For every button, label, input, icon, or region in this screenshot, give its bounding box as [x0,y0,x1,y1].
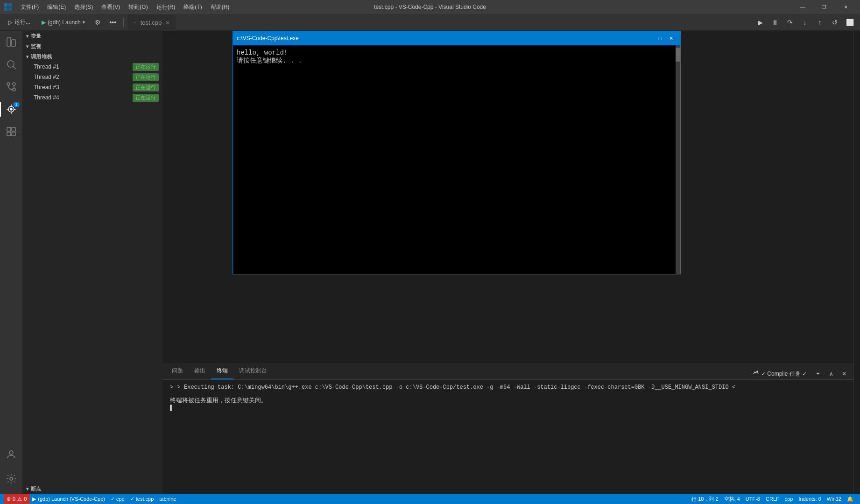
menu-edit[interactable]: 编辑(E) [43,2,70,12]
panel-up-button[interactable]: ∧ [825,368,837,379]
panel-close-button[interactable]: ✕ [839,368,850,379]
callstack-collapse-icon: ▾ [26,54,29,59]
svg-rect-3 [8,7,12,11]
close-button[interactable]: ✕ [835,0,856,14]
svg-line-7 [14,67,16,70]
run-label: 运行... [14,18,30,26]
panel-tab-debug-console[interactable]: 调试控制台 [233,363,273,379]
indents-item[interactable]: Indents: 0 [796,494,824,504]
extensions-activity-icon[interactable] [0,120,22,143]
indents-label: Indents: 0 [798,496,821,502]
spaces-item[interactable]: 空格: 4 [721,494,743,504]
restart-icon[interactable]: ↺ [828,16,841,29]
pause-icon[interactable]: ⏸ [768,16,782,29]
settings-icon-btn[interactable]: ⚙ [92,16,105,29]
step-into-icon[interactable]: ↓ [798,16,811,29]
panel-tab-terminal[interactable]: 终端 [211,363,233,379]
breakpoints-header[interactable]: ▾ 断点 [22,483,162,494]
cpp-check-item[interactable]: ✓ cpp [108,494,127,504]
floating-scrollbar[interactable] [676,45,680,274]
svg-rect-0 [4,3,7,7]
warning-icon: ⚠ [17,496,22,502]
svg-point-8 [7,83,10,85]
maximize-button[interactable]: ❐ [813,0,835,14]
monitoring-header[interactable]: ▾ 监视 [22,41,162,51]
app-icon [4,3,12,11]
debug-activity-icon[interactable]: 1 [0,98,22,120]
panel-tab-output[interactable]: 输出 [189,363,211,379]
floating-terminal-content[interactable]: hello, world! 请按任意键继续. . . [233,45,680,274]
variables-header[interactable]: ▾ 变量 [22,31,162,41]
floating-close-button[interactable]: ✕ [665,33,677,44]
settings-activity-icon[interactable] [0,468,22,490]
notification-item[interactable]: 🔔 [844,494,856,504]
language-item[interactable]: cpp [782,494,796,504]
source-control-activity-icon[interactable] [0,76,22,98]
terminal-output-line1: > > Executing task: C:\mingw64\bin\g++.e… [170,384,846,391]
thread-1-label: Thread #1 [34,63,133,70]
step-out-icon[interactable]: ↑ [813,16,826,29]
run-button[interactable]: ▷ 运行... [4,16,35,28]
account-activity-icon[interactable] [0,443,22,466]
editor-tab-inactive[interactable]: ⬝ test.cpp ✕ [127,14,176,31]
test-check-item[interactable]: ✓ test.cpp [127,494,157,504]
thread-item-2[interactable]: Thread #2 正在运行 [22,72,162,82]
test-check-label: ✓ test.cpp [130,496,154,502]
call-stack-list: Thread #1 正在运行 Thread #2 正在运行 Thread #3 … [22,62,162,103]
floating-titlebar: c:\VS-Code-Cpp\test.exe — □ ✕ [233,31,680,45]
run-icon: ▷ [8,19,13,26]
debug-status-item[interactable]: ▶ (gdb) Launch (VS-Code-Cpp) [29,494,108,504]
error-count-item[interactable]: ⊗ 0 ⚠ 0 [4,494,29,504]
explorer-activity-icon[interactable] [0,31,22,53]
line-col-item[interactable]: 行 10，列 2 [689,494,721,504]
floating-minimize-button[interactable]: — [643,33,654,44]
menu-file[interactable]: 文件(F) [17,2,42,12]
floating-scrollbar-thumb[interactable] [676,48,680,62]
launch-button[interactable]: ▶ (gdb) Launch ▾ [37,17,90,28]
activity-bottom [0,443,22,490]
svg-rect-4 [7,38,11,46]
menu-view[interactable]: 查看(V) [98,2,124,12]
menu-goto[interactable]: 转到(G) [125,2,151,12]
line-ending-item[interactable]: CRLF [763,494,782,504]
terminal-output-line2: 终端将被任务重用，按任意键关闭。 [170,396,846,405]
status-bar-right: 行 10，列 2 空格: 4 UTF-8 CRLF cpp Indents: 0… [689,494,856,504]
svg-point-18 [9,451,13,455]
more-icon-btn[interactable]: ••• [106,16,120,29]
encoding-item[interactable]: UTF-8 [743,494,763,504]
floating-maximize-button[interactable]: □ [654,33,665,44]
encoding-label: UTF-8 [746,496,760,502]
panel-tab-problems[interactable]: 问题 [166,363,189,379]
svg-point-13 [10,108,12,110]
tabnine-label: tabnine [159,496,176,502]
thread-4-status: 正在运行 [133,94,159,102]
thread-item-1[interactable]: Thread #1 正在运行 [22,62,162,72]
tabnine-item[interactable]: tabnine [156,494,179,504]
thread-item-4[interactable]: Thread #4 正在运行 [22,92,162,103]
os-item[interactable]: Win32 [824,494,844,504]
menu-select[interactable]: 选择(S) [70,2,97,12]
step-over-icon[interactable]: ↷ [783,16,797,29]
sidebar: ▾ 变量 ▾ 监视 ▾ 调用堆栈 Thread #1 [22,31,162,494]
workspace: 1 [0,31,860,494]
menu-help[interactable]: 帮助(H) [207,2,233,12]
menu-terminal[interactable]: 终端(T) [180,2,205,12]
menu-run[interactable]: 运行(R) [153,2,179,12]
svg-rect-14 [7,127,11,131]
line-ending-label: CRLF [766,496,779,502]
error-count: 0 [13,496,15,502]
minimize-button[interactable]: — [792,0,813,14]
panel-controls: ✓ Compile 任务 ✓ + ∧ ✕ [749,368,853,379]
right-scrollbar[interactable] [853,31,860,494]
activity-bar: 1 [0,31,22,494]
panel-content[interactable]: > > Executing task: C:\mingw64\bin\g++.e… [162,380,853,494]
search-activity-icon[interactable] [0,53,22,76]
thread-item-3[interactable]: Thread #3 正在运行 [22,82,162,92]
stop-icon[interactable]: ⬜ [843,16,856,29]
continue-icon[interactable]: ▶ [754,16,767,29]
callstack-header[interactable]: ▾ 调用堆栈 [22,51,162,62]
tab-close-icon[interactable]: ✕ [165,20,170,26]
separator [123,18,124,27]
panel-add-button[interactable]: + [812,368,824,379]
thread-2-label: Thread #2 [34,74,133,80]
